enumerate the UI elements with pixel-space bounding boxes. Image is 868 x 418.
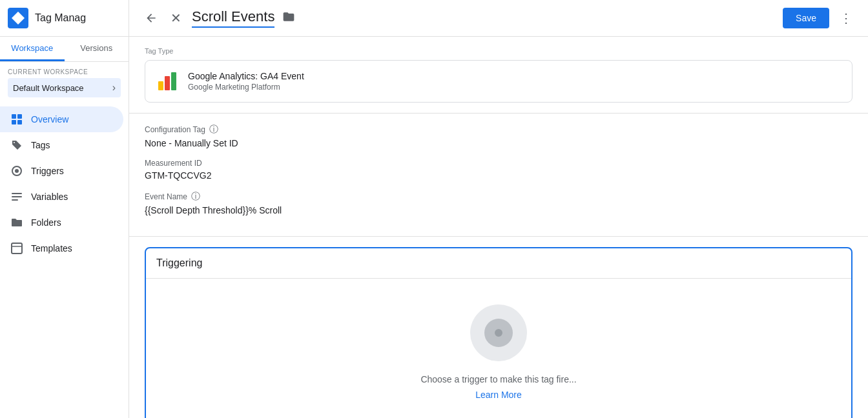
tag-type-section: Tag Type Google Analytics: GA4 Event Goo…: [129, 37, 868, 114]
folders-label: Folders: [31, 217, 61, 228]
close-button[interactable]: ✕: [165, 5, 187, 31]
triggering-section: Triggering Choose a trigger to make this…: [145, 247, 852, 418]
config-tag-field: Configuration Tag ⓘ None - Manually Set …: [145, 124, 852, 148]
event-name-value: {{Scroll Depth Threshold}}% Scroll: [145, 205, 852, 215]
sidebar-item-tags[interactable]: Tags: [0, 132, 123, 158]
measurement-id-label: Measurement ID: [145, 159, 852, 168]
tag-type-name: Google Analytics: GA4 Event: [188, 71, 842, 81]
trigger-placeholder-dot: [493, 327, 504, 339]
config-tag-value: None - Manually Set ID: [145, 138, 852, 148]
sidebar: Tag Manag Workspace Versions CURRENT WOR…: [0, 0, 129, 418]
svg-rect-9: [12, 199, 18, 201]
sidebar-item-templates[interactable]: Templates: [0, 235, 123, 261]
svg-rect-11: [158, 81, 163, 90]
sidebar-item-overview[interactable]: Overview: [0, 106, 123, 132]
sidebar-header: Tag Manag: [0, 0, 129, 37]
svg-rect-2: [17, 114, 22, 119]
modal-panel: ✕ Scroll Events Save ⋮ Tag Type: [129, 0, 868, 418]
tag-type-info: Google Analytics: GA4 Event Google Marke…: [188, 71, 842, 92]
event-name-label: Event Name ⓘ: [145, 191, 852, 203]
config-tag-label: Configuration Tag ⓘ: [145, 124, 852, 135]
tag-type-label: Tag Type: [145, 47, 852, 55]
workspace-selector[interactable]: Default Workspace ›: [8, 78, 121, 97]
tags-label: Tags: [31, 140, 50, 150]
triggering-body[interactable]: Choose a trigger to make this tag fire..…: [146, 279, 851, 418]
folders-icon: [10, 216, 23, 229]
app-title: Tag Manag: [35, 12, 86, 24]
svg-rect-8: [12, 196, 22, 197]
event-name-help-icon[interactable]: ⓘ: [191, 191, 200, 203]
save-button[interactable]: Save: [783, 8, 829, 28]
app-logo-icon: [8, 8, 28, 28]
sidebar-item-folders[interactable]: Folders: [0, 210, 123, 235]
triggers-icon: [10, 164, 23, 177]
workspace-name-text: Default Workspace: [13, 83, 84, 93]
nav-items: Overview Tags Triggers: [0, 106, 129, 261]
config-fields-section: Configuration Tag ⓘ None - Manually Set …: [129, 114, 868, 237]
workspace-label: CURRENT WORKSPACE: [8, 68, 121, 75]
tags-icon: [10, 139, 23, 152]
measurement-id-field: Measurement ID GTM-TQCCVG2: [145, 159, 852, 181]
trigger-placeholder-inner: [484, 319, 513, 347]
svg-rect-7: [12, 193, 22, 194]
ga-icon: [156, 70, 179, 93]
event-name-field: Event Name ⓘ {{Scroll Depth Threshold}}%…: [145, 191, 852, 215]
variables-label: Variables: [31, 192, 68, 202]
sidebar-item-variables[interactable]: Variables: [0, 184, 123, 210]
templates-label: Templates: [31, 243, 72, 254]
svg-rect-10: [12, 243, 22, 254]
modal-title: Scroll Events: [192, 8, 274, 28]
svg-point-6: [15, 169, 19, 173]
trigger-placeholder-icon: [470, 304, 527, 361]
overview-icon: [10, 113, 23, 126]
modal-header: ✕ Scroll Events Save ⋮: [129, 0, 868, 37]
overview-label: Overview: [31, 114, 68, 124]
header-actions: Save ⋮: [783, 5, 858, 31]
svg-rect-1: [12, 114, 16, 119]
variables-icon: [10, 190, 23, 203]
main-area: ✕ Scroll Events Save ⋮ Tag Type: [129, 0, 868, 418]
svg-rect-12: [165, 76, 170, 90]
svg-rect-13: [171, 72, 176, 90]
sidebar-tabs: Workspace Versions: [0, 37, 129, 62]
folder-icon[interactable]: [280, 8, 298, 29]
more-options-icon[interactable]: ⋮: [834, 5, 858, 31]
learn-more-link[interactable]: Learn More: [475, 390, 522, 400]
tag-type-card[interactable]: Google Analytics: GA4 Event Google Marke…: [145, 60, 852, 103]
tab-workspace[interactable]: Workspace: [0, 37, 65, 61]
modal-body: Tag Type Google Analytics: GA4 Event Goo…: [129, 37, 868, 418]
tab-versions[interactable]: Versions: [65, 37, 129, 61]
chevron-right-icon: ›: [112, 82, 116, 94]
svg-rect-3: [12, 120, 16, 124]
config-tag-help-icon[interactable]: ⓘ: [209, 124, 218, 135]
sidebar-item-triggers[interactable]: Triggers: [0, 158, 123, 184]
back-button[interactable]: [140, 6, 163, 30]
workspace-section: CURRENT WORKSPACE Default Workspace ›: [0, 62, 129, 101]
triggering-header: Triggering: [146, 248, 851, 279]
svg-rect-4: [17, 120, 22, 124]
measurement-id-value: GTM-TQCCVG2: [145, 170, 852, 181]
trigger-hint: Choose a trigger to make this tag fire..…: [420, 374, 576, 384]
tag-type-platform: Google Marketing Platform: [188, 83, 842, 92]
triggers-label: Triggers: [31, 166, 64, 176]
templates-icon: [10, 242, 23, 255]
